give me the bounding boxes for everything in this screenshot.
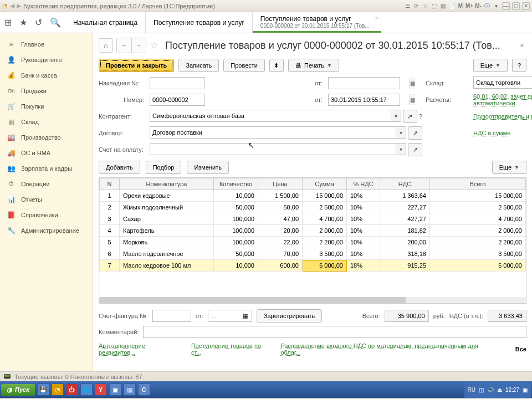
sidebar-item[interactable]: 📊Отчеты	[0, 192, 93, 207]
tray-icon[interactable]: ⏏	[497, 387, 502, 393]
tb-icon[interactable]: 📄	[448, 2, 456, 10]
tb-icon[interactable]: M-	[474, 2, 482, 10]
help-icon[interactable]: ?	[419, 113, 422, 120]
sidebar-item[interactable]: 📕Справочники	[0, 207, 93, 223]
more-button[interactable]: Еще▼	[473, 59, 508, 72]
comment-input[interactable]	[143, 326, 526, 338]
invoice-fac-date[interactable]: ▦	[208, 310, 252, 322]
calendar-icon[interactable]: ▦	[410, 78, 415, 89]
post-button[interactable]: Провести	[223, 59, 265, 72]
date-input[interactable]: ▦	[328, 94, 400, 106]
nav-back-button[interactable]: ←	[117, 38, 131, 53]
warehouse-input[interactable]: ▾	[473, 76, 532, 89]
vat-link[interactable]: НДС в сумме	[473, 130, 532, 136]
window-maximize[interactable]: □	[512, 2, 520, 10]
col-sum[interactable]: Сумма	[303, 178, 347, 190]
all-links-button[interactable]: Все	[515, 346, 526, 352]
table-row[interactable]: 4Картофель100,00020,002 000,0010%181,822…	[100, 225, 526, 237]
nav-fwd-button[interactable]: →	[131, 38, 146, 53]
sidebar-item[interactable]: ⥀Операции	[0, 176, 93, 192]
tb-icon[interactable]: ⓘ	[483, 2, 491, 10]
tb-icon[interactable]: ▤	[439, 2, 447, 10]
col-vatp[interactable]: % НДС	[347, 178, 380, 190]
apps-icon[interactable]: ⊞	[4, 17, 12, 28]
task-button[interactable]: C	[138, 383, 150, 396]
col-n[interactable]: N	[100, 178, 120, 190]
goods-table[interactable]: N Номенклатура Количество Цена Сумма % Н…	[99, 177, 526, 304]
tb-icon[interactable]: ⬚	[430, 2, 438, 10]
calendar-icon[interactable]: ▦	[243, 313, 248, 320]
star-icon[interactable]: ★	[19, 17, 27, 28]
window-minimize[interactable]: —	[502, 2, 510, 10]
clock[interactable]: 12:27	[505, 387, 519, 393]
counterparty-input[interactable]: ▾	[150, 110, 401, 122]
print-button[interactable]: 🖶 Печать▼	[288, 59, 339, 72]
open-ref-button[interactable]: ↗	[408, 143, 422, 156]
tb-icon[interactable]: ▾	[492, 2, 500, 10]
tab-start[interactable]: Начальная страница	[65, 12, 146, 33]
open-ref-button[interactable]: ↗	[403, 110, 417, 123]
consign-link[interactable]: Грузоотправитель и грузополучатель	[473, 113, 532, 120]
sidebar-item[interactable]: 🏭Производство	[0, 130, 93, 145]
nav-fwd-icon[interactable]: ▶	[17, 2, 21, 9]
sidebar-item[interactable]: 🔧Администрирование	[0, 223, 93, 238]
add-row-button[interactable]: Добавить	[99, 161, 140, 174]
contract-input[interactable]: ▾	[150, 126, 406, 139]
tab-document[interactable]: Поступление товаров и услуг 0000-000002 …	[253, 12, 381, 33]
sidebar-item[interactable]: 💰Банк и касса	[0, 68, 93, 83]
window-close[interactable]: ✕	[522, 2, 530, 10]
tb-icon[interactable]: M+	[466, 2, 473, 10]
tray-icon[interactable]: 🔊	[487, 387, 494, 393]
help-button[interactable]: ?	[512, 59, 526, 72]
col-item[interactable]: Номенклатура	[120, 178, 214, 190]
col-total[interactable]: Всего	[430, 178, 526, 190]
settle-link[interactable]: 60.01, 60.02, зачет аванса автоматически	[473, 93, 532, 106]
post-and-close-button[interactable]: Провести и закрыть	[99, 59, 174, 72]
start-button[interactable]: ◑ Пуск	[1, 384, 35, 396]
table-row[interactable]: 2Жмых подсолнечный50,00050,002 500,0010%…	[100, 202, 526, 213]
tab-doclist[interactable]: Поступление товаров и услуг	[146, 12, 253, 33]
receipt-by-rate-link[interactable]: Поступление товаров по ст...	[191, 342, 273, 356]
search-icon[interactable]: 🔍	[50, 17, 61, 28]
sidebar-item[interactable]: ▦Склад	[0, 114, 93, 130]
table-row[interactable]: 1Орехи кедровые10,0001 500,0015 000,0010…	[100, 190, 526, 202]
register-invoice-button[interactable]: Зарегистрировать	[257, 309, 323, 323]
tray-icon[interactable]: ◫	[479, 387, 484, 393]
col-qty[interactable]: Количество	[214, 178, 258, 190]
dropdown-icon[interactable]: ▾	[396, 127, 406, 138]
tray-icon[interactable]: ▣	[523, 387, 528, 393]
invoice-number-input[interactable]	[150, 77, 205, 89]
col-vat[interactable]: НДС	[380, 178, 430, 190]
bill-input[interactable]: ▾	[150, 143, 406, 155]
sidebar-item[interactable]: 🚚ОС и НМА	[0, 145, 93, 161]
close-doc-button[interactable]: ×	[518, 41, 526, 50]
sidebar-item[interactable]: 👤Руководителю	[0, 52, 93, 68]
table-row[interactable]: 3Сахар100,00047,004 700,0010%427,274 700…	[100, 213, 526, 225]
number-input[interactable]	[150, 94, 205, 106]
task-button[interactable]: ◔	[52, 383, 64, 396]
sidebar-item[interactable]: ≡Главное	[0, 37, 93, 52]
sidebar-item[interactable]: 🛒Покупки	[0, 99, 93, 114]
table-row[interactable]: 6Масло подсолнечное50,00070,003 500,0010…	[100, 248, 526, 260]
home-button[interactable]: ⌂	[99, 38, 113, 53]
tab-close-icon[interactable]: ×	[375, 14, 378, 21]
invoice-date-input[interactable]: ▦	[328, 77, 400, 89]
task-button[interactable]: 💾	[37, 383, 49, 396]
task-button[interactable]: Y	[95, 383, 107, 396]
sidebar-item[interactable]: 👥Зарплата и кадры	[0, 161, 93, 176]
table-row[interactable]: 5Морковь100,00022,002 200,0010%200,002 2…	[100, 237, 526, 248]
task-button[interactable]: ▧	[124, 383, 136, 396]
dropdown-icon[interactable]: ▾	[391, 110, 401, 121]
invoice-fac-number[interactable]	[152, 310, 191, 322]
history-icon[interactable]: ↺	[35, 17, 42, 28]
tb-icon[interactable]: M	[457, 2, 464, 10]
dropdown-icon[interactable]: ▾	[396, 144, 406, 155]
nav-back-icon[interactable]: ◀	[10, 2, 14, 9]
sidebar-item[interactable]: 🛍Продажи	[0, 83, 93, 99]
tb-icon[interactable]: ⟳	[412, 2, 420, 10]
col-price[interactable]: Цена	[258, 178, 303, 190]
pick-button[interactable]: Подбор	[146, 161, 182, 174]
task-button[interactable]: ▣	[109, 383, 121, 396]
open-ref-button[interactable]: ↗	[408, 126, 422, 140]
favorite-icon[interactable]: ☆	[150, 39, 158, 52]
